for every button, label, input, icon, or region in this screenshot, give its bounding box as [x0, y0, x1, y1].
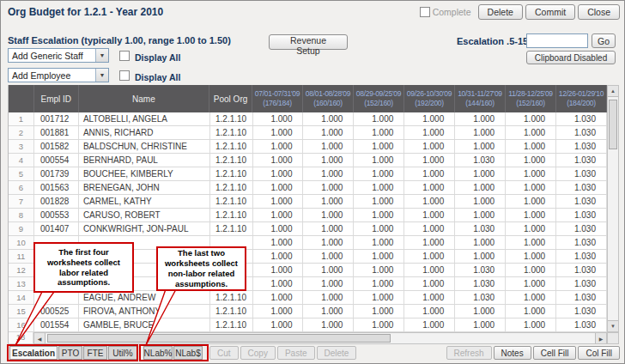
value-cell[interactable]: 1.000 — [455, 236, 506, 249]
value-cell[interactable]: 1.000 — [354, 250, 404, 263]
value-cell[interactable]: 1.000 — [303, 112, 354, 125]
horizontal-scrollbar-thumb[interactable] — [47, 334, 391, 343]
value-cell[interactable]: 1.000 — [303, 209, 354, 221]
empl-id-cell[interactable]: 001828 — [34, 195, 79, 208]
value-cell[interactable]: 1.000 — [506, 305, 556, 318]
notes-button[interactable]: Notes — [494, 346, 531, 360]
value-cell[interactable]: 1.000 — [303, 236, 354, 249]
scroll-right-button[interactable]: ▶ — [595, 333, 606, 343]
value-cell[interactable]: 1.030 — [556, 291, 607, 304]
value-cell[interactable]: 1.000 — [506, 167, 556, 180]
value-cell[interactable]: 1.000 — [455, 181, 506, 194]
row-number[interactable]: 14 — [9, 291, 34, 304]
row-number[interactable]: 9 — [9, 222, 34, 235]
value-cell[interactable]: 1.000 — [253, 195, 304, 208]
value-cell[interactable]: 1.000 — [455, 318, 506, 331]
add-employee-select[interactable]: Add Employee ▼ — [8, 68, 109, 82]
value-cell[interactable]: 1.000 — [404, 209, 455, 221]
value-cell[interactable]: 1.000 — [455, 140, 506, 153]
row-number[interactable]: 6 — [9, 181, 34, 194]
value-cell[interactable]: 1.000 — [303, 195, 354, 208]
value-cell[interactable]: 1.030 — [556, 167, 607, 180]
empl-id-cell[interactable]: 001582 — [34, 140, 79, 153]
row-number[interactable]: 4 — [9, 154, 34, 167]
value-cell[interactable]: 1.000 — [253, 140, 304, 153]
value-cell[interactable]: 1.000 — [404, 305, 455, 318]
value-cell[interactable]: 1.000 — [455, 195, 506, 208]
escalation-input[interactable] — [526, 33, 588, 48]
complete-checkbox[interactable] — [420, 7, 430, 17]
pool-org-cell[interactable]: 1.2.1.10 — [210, 167, 253, 180]
value-cell[interactable]: 1.000 — [253, 250, 304, 263]
vertical-scrollbar[interactable]: ▲ ▼ — [607, 85, 619, 332]
value-cell[interactable]: 1.000 — [253, 167, 304, 180]
chevron-down-icon[interactable]: ▼ — [95, 69, 108, 82]
vertical-scrollbar-thumb[interactable] — [609, 100, 617, 149]
name-cell[interactable]: CARMEL, KATHY — [79, 195, 210, 208]
value-cell[interactable]: 1.030 — [556, 209, 607, 221]
empl-id-cell[interactable]: 000525 — [34, 305, 79, 318]
value-cell[interactable]: 1.000 — [404, 236, 455, 249]
row-number[interactable]: 10 — [9, 236, 34, 249]
value-cell[interactable]: 1.000 — [303, 167, 354, 180]
paste-button[interactable]: Paste — [277, 346, 315, 360]
value-cell[interactable]: 1.000 — [506, 277, 556, 290]
value-cell[interactable]: 1.000 — [253, 181, 304, 194]
value-cell[interactable]: 1.000 — [506, 140, 556, 153]
name-cell[interactable]: ANNIS, RICHARD — [79, 126, 210, 139]
value-cell[interactable]: 1.000 — [354, 264, 404, 276]
tab-nlabpct[interactable]: NLab% — [143, 346, 173, 360]
name-cell[interactable]: CARUSO, ROBERT — [79, 209, 210, 221]
value-cell[interactable]: 1.000 — [303, 154, 354, 167]
value-cell[interactable]: 1.000 — [303, 222, 354, 235]
value-cell[interactable]: 1.000 — [506, 291, 556, 304]
value-cell[interactable]: 1.000 — [455, 112, 506, 125]
value-cell[interactable]: 1.000 — [303, 264, 354, 276]
value-cell[interactable]: 1.030 — [556, 140, 607, 153]
value-cell[interactable]: 1.030 — [556, 222, 607, 235]
value-cell[interactable]: 1.000 — [455, 250, 506, 263]
display-all-checkbox-employee[interactable] — [119, 70, 130, 81]
pool-org-cell[interactable]: 1.2.1.10 — [210, 318, 253, 331]
revenue-setup-button[interactable]: Revenue Setup — [269, 34, 348, 50]
value-cell[interactable]: 1.000 — [253, 264, 304, 276]
value-cell[interactable]: 1.000 — [455, 209, 506, 221]
row-number[interactable]: 12 — [9, 264, 34, 276]
value-cell[interactable]: 1.030 — [556, 236, 607, 249]
value-cell[interactable]: 1.000 — [354, 277, 404, 290]
empl-id-cell[interactable]: 001554 — [34, 318, 79, 331]
value-cell[interactable]: 1.000 — [455, 167, 506, 180]
value-cell[interactable]: 1.000 — [404, 140, 455, 153]
value-cell[interactable]: 1.000 — [253, 126, 304, 139]
name-cell[interactable]: BALDSCHUN, CHRISTINE — [79, 140, 210, 153]
value-cell[interactable]: 1.030 — [455, 264, 506, 276]
value-cell[interactable]: 1.000 — [506, 236, 556, 249]
commit-button[interactable]: Commit — [525, 4, 575, 20]
pool-org-cell[interactable]: 1.2.1.10 — [210, 291, 253, 304]
row-number[interactable]: 3 — [9, 140, 34, 153]
value-cell[interactable]: 1.000 — [354, 112, 404, 125]
row-number[interactable]: 11 — [9, 250, 34, 263]
pool-org-cell[interactable]: 1.2.1.10 — [210, 154, 253, 167]
value-cell[interactable]: 1.000 — [404, 126, 455, 139]
name-cell[interactable]: BOUCHEE, KIMBERLY — [79, 167, 210, 180]
scroll-left-button[interactable]: ◀ — [34, 333, 46, 343]
value-cell[interactable]: 1.000 — [506, 154, 556, 167]
name-cell[interactable]: EAGUE, ANDREW — [79, 291, 210, 304]
chevron-down-icon[interactable]: ▼ — [95, 49, 108, 62]
value-cell[interactable]: 1.000 — [253, 236, 304, 249]
value-cell[interactable]: 1.030 — [455, 277, 506, 290]
pool-org-cell[interactable]: 1.2.1.10 — [210, 112, 253, 125]
value-cell[interactable]: 1.000 — [404, 154, 455, 167]
row-number[interactable]: 8 — [9, 209, 34, 221]
empl-id-cell[interactable]: 001563 — [34, 181, 79, 194]
value-cell[interactable]: 1.000 — [253, 318, 304, 331]
value-cell[interactable]: 1.000 — [303, 305, 354, 318]
value-cell[interactable]: 1.000 — [253, 305, 304, 318]
value-cell[interactable]: 1.000 — [253, 209, 304, 221]
value-cell[interactable]: 1.030 — [556, 250, 607, 263]
value-cell[interactable]: 1.000 — [506, 264, 556, 276]
value-cell[interactable]: 1.000 — [253, 154, 304, 167]
pool-org-cell[interactable]: 1.2.1.10 — [210, 126, 253, 139]
value-cell[interactable]: 1.030 — [455, 222, 506, 235]
